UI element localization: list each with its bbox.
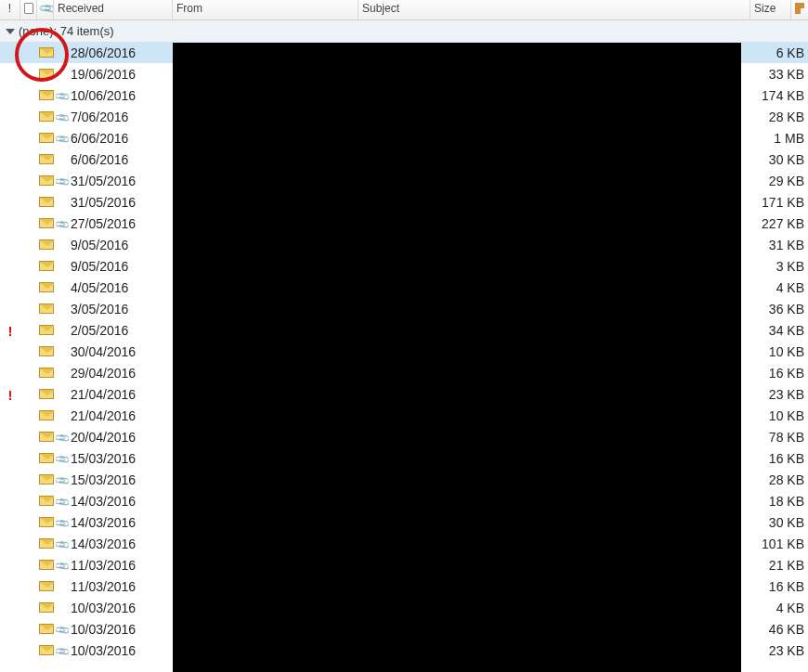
size-cell: 28 KB xyxy=(752,472,808,487)
received-cell: 31/05/2016 xyxy=(69,195,173,210)
envelope-icon xyxy=(39,197,54,207)
envelope-icon xyxy=(39,111,54,122)
size-cell: 21 KB xyxy=(752,558,808,573)
paperclip-icon: 📎 xyxy=(56,473,69,486)
column-header-flag[interactable] xyxy=(791,0,806,19)
paperclip-icon: 📎 xyxy=(56,623,69,636)
attachment-cell: 📎 xyxy=(56,559,69,572)
envelope-icon xyxy=(39,389,54,399)
envelope-cell xyxy=(37,494,56,509)
envelope-cell xyxy=(37,515,56,530)
paperclip-icon: 📎 xyxy=(56,559,69,572)
received-cell: 15/03/2016 xyxy=(69,451,173,466)
column-header-subject[interactable]: Subject xyxy=(358,0,750,19)
received-cell: 11/03/2016 xyxy=(69,579,173,594)
received-cell: 9/05/2016 xyxy=(69,259,173,274)
envelope-icon xyxy=(39,154,54,164)
attachment-cell: 📎 xyxy=(56,431,69,444)
paperclip-icon: 📎 xyxy=(56,174,69,187)
envelope-icon xyxy=(39,410,54,420)
page-icon xyxy=(24,3,33,14)
envelope-cell xyxy=(37,216,56,231)
envelope-cell xyxy=(37,387,56,402)
size-cell: 174 KB xyxy=(752,88,808,103)
envelope-cell xyxy=(37,323,56,338)
envelope-cell xyxy=(37,195,56,210)
size-cell: 18 KB xyxy=(752,494,808,509)
attachment-cell: 📎 xyxy=(56,537,69,550)
paperclip-icon: 📎 xyxy=(56,644,69,657)
size-cell: 101 KB xyxy=(752,536,808,551)
attachment-cell: 📎 xyxy=(56,217,69,230)
received-cell: 10/03/2016 xyxy=(69,643,173,658)
received-cell: 30/04/2016 xyxy=(69,344,173,359)
received-cell: 7/06/2016 xyxy=(69,110,173,124)
size-cell: 10 KB xyxy=(752,344,808,359)
envelope-icon xyxy=(39,645,54,655)
size-cell: 227 KB xyxy=(752,216,808,231)
envelope-icon xyxy=(39,453,54,463)
redaction-overlay xyxy=(173,43,741,672)
envelope-cell xyxy=(37,558,56,573)
size-cell: 16 KB xyxy=(752,579,808,594)
envelope-cell xyxy=(37,174,56,188)
column-header-size[interactable]: Size xyxy=(750,0,791,19)
paperclip-icon: 📎 xyxy=(56,452,69,465)
received-cell: 6/06/2016 xyxy=(69,152,173,167)
paperclip-icon: 📎 xyxy=(38,0,54,18)
size-cell: 33 KB xyxy=(752,67,808,82)
received-cell: 10/06/2016 xyxy=(69,88,173,103)
column-header-itemtype[interactable] xyxy=(20,0,37,19)
envelope-icon xyxy=(39,496,54,506)
received-cell: 2/05/2016 xyxy=(69,323,173,338)
attachment-cell: 📎 xyxy=(56,174,69,187)
envelope-cell xyxy=(37,259,56,274)
attachment-cell: 📎 xyxy=(56,110,69,123)
envelope-icon xyxy=(39,175,54,186)
column-header-from[interactable]: From xyxy=(173,0,358,19)
envelope-icon xyxy=(39,368,54,378)
paperclip-icon: 📎 xyxy=(56,495,69,508)
paperclip-icon: 📎 xyxy=(56,89,69,102)
received-cell: 29/04/2016 xyxy=(69,366,173,381)
envelope-icon xyxy=(39,432,54,442)
attachment-cell: 📎 xyxy=(56,495,69,508)
received-cell: 9/05/2016 xyxy=(69,238,173,252)
size-cell: 46 KB xyxy=(752,622,808,637)
attachment-cell: 📎 xyxy=(56,623,69,636)
importance-cell: ! xyxy=(0,387,20,403)
attachment-cell: 📎 xyxy=(56,89,69,102)
received-cell: 21/04/2016 xyxy=(69,408,173,423)
size-cell: 30 KB xyxy=(752,152,808,167)
envelope-cell xyxy=(37,451,56,466)
column-header-importance[interactable]: ! xyxy=(0,0,20,19)
envelope-cell xyxy=(37,67,56,82)
received-cell: 14/03/2016 xyxy=(69,536,173,551)
collapse-arrow-icon xyxy=(6,29,15,34)
envelope-icon xyxy=(39,325,54,335)
envelope-icon xyxy=(39,346,54,356)
column-header-attachment[interactable]: 📎 xyxy=(37,0,54,19)
envelope-cell xyxy=(37,408,56,423)
size-cell: 4 KB xyxy=(752,280,808,295)
envelope-cell xyxy=(37,131,56,146)
envelope-icon xyxy=(39,133,54,143)
size-cell: 6 KB xyxy=(752,45,808,60)
envelope-cell xyxy=(37,579,56,594)
paperclip-icon: 📎 xyxy=(56,110,69,123)
envelope-icon xyxy=(39,474,54,485)
received-cell: 14/03/2016 xyxy=(69,515,173,530)
size-cell: 16 KB xyxy=(752,366,808,381)
received-cell: 28/06/2016 xyxy=(69,45,173,60)
column-header-received[interactable]: Received xyxy=(54,0,173,19)
size-cell: 31 KB xyxy=(752,238,808,252)
envelope-cell xyxy=(37,622,56,637)
envelope-icon xyxy=(39,261,54,271)
envelope-cell xyxy=(37,601,56,615)
envelope-icon xyxy=(39,239,54,250)
received-cell: 20/04/2016 xyxy=(69,430,173,445)
group-label: (none): 74 item(s) xyxy=(19,24,114,38)
envelope-cell xyxy=(37,45,56,60)
envelope-icon xyxy=(39,624,54,634)
group-header[interactable]: (none): 74 item(s) xyxy=(0,20,808,43)
